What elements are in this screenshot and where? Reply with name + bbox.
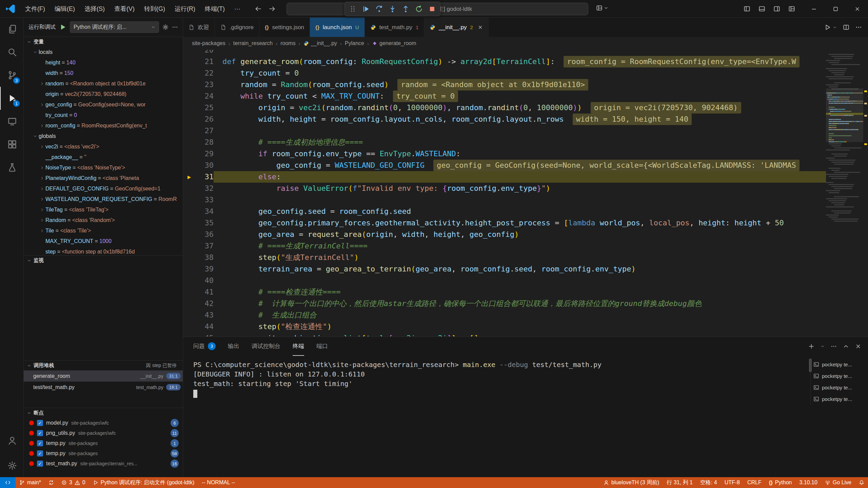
breakpoint-row[interactable]: ✓png_utils.pysite-packages\wfc11: [24, 428, 183, 438]
tab-__init__.py[interactable]: __init__.py2: [424, 18, 489, 37]
code-line-31[interactable]: ▶31 else:: [183, 171, 826, 183]
code-line-22[interactable]: 22 try_count = 0: [183, 67, 826, 79]
callstack-section-header[interactable]: 调用堆栈 因 step 已暂停: [24, 360, 183, 370]
terminal[interactable]: PS C:\computer_science\godot-ldtk\site-p…: [183, 356, 809, 477]
close-panel-button[interactable]: [855, 343, 861, 349]
status-indentation[interactable]: 空格: 4: [696, 477, 721, 488]
menu-item-2[interactable]: 选择(S): [80, 0, 110, 18]
code-line-34[interactable]: 34 geo_config.seed = room_config.seed: [183, 206, 826, 217]
variable-row[interactable]: __package__ = '': [24, 152, 183, 162]
breakpoints-section-header[interactable]: 断点: [24, 408, 183, 418]
breakpoint-row[interactable]: ✓temp.pysite-packages58: [24, 448, 183, 459]
stop-button[interactable]: [428, 5, 436, 13]
code-line-26[interactable]: 26 width, height = room_config.layout.n_…: [183, 114, 826, 125]
variable-row[interactable]: geo_config = GeoConfig(seed=None, wor: [24, 99, 183, 110]
debug-start-button[interactable]: [59, 23, 66, 31]
sidebar-more-icon[interactable]: [172, 24, 178, 30]
variable-row[interactable]: origin = vec2i(7205730, 9024468): [24, 89, 183, 99]
code-line-25[interactable]: 25 origin = vec2i(random.randint(0, 1000…: [183, 102, 826, 114]
restart-button[interactable]: [415, 5, 423, 13]
activity-item-run-and-debug[interactable]: 1: [0, 87, 23, 110]
status-vim-mode[interactable]: -- NORMAL --: [198, 477, 239, 488]
code-line-43[interactable]: 43 # 生成出口组合: [183, 309, 826, 321]
breakpoint-row[interactable]: ✓model.pysite-packages\wfc6: [24, 418, 183, 428]
close-window-button[interactable]: [846, 0, 868, 18]
variable-row[interactable]: MAX_TRY_COUNT = 1000: [24, 236, 183, 246]
continue-button[interactable]: [362, 5, 370, 13]
breakpoint-row[interactable]: ✓test_math.pysite-packages\terrain_res..…: [24, 459, 183, 469]
code-line-44[interactable]: 44 step("检查连通性"): [183, 321, 826, 332]
variable-row[interactable]: Tile = <class 'Tile'>: [24, 225, 183, 236]
menu-item-3[interactable]: 查看(V): [110, 0, 139, 18]
breakpoint-checkbox[interactable]: ✓: [37, 440, 43, 446]
panel-tab-端口[interactable]: 端口: [316, 337, 328, 356]
breakpoint-checkbox[interactable]: ✓: [37, 420, 43, 426]
variable-row[interactable]: room_config = RoomRequestConfig(env_t: [24, 120, 183, 131]
watch-section-header[interactable]: 监视: [24, 255, 183, 265]
variable-row[interactable]: WASTELAND_ROOM_REQUEST_CONFIG = RoomR: [24, 194, 183, 204]
tab-.gdignore[interactable]: .gdignore: [215, 18, 259, 37]
code-line-27[interactable]: 27: [183, 125, 826, 137]
activity-item-accounts[interactable]: [0, 429, 23, 452]
code-editor[interactable]: 2021def generate_room(room_config: RoomR…: [183, 50, 868, 337]
activity-item-manage[interactable]: [0, 454, 23, 477]
panel-tab-终端[interactable]: 终端: [293, 337, 304, 356]
code-line-28[interactable]: 28 # ====生成初始地理信息====: [183, 137, 826, 148]
minimap-slider[interactable]: [826, 88, 863, 142]
breakpoint-checkbox[interactable]: ✓: [37, 450, 43, 456]
minimap[interactable]: [826, 50, 863, 337]
activity-item-extensions[interactable]: [0, 133, 23, 156]
code-line-30[interactable]: 30 geo_config = WASTELAND_GEO_CONFIGgeo_…: [183, 160, 826, 171]
status-problems[interactable]: 30: [58, 477, 89, 488]
status-gitlens-blame[interactable]: blueloveTH (3 周前): [600, 477, 663, 488]
activity-item-remote-explorer[interactable]: [0, 110, 23, 133]
step-into-button[interactable]: [389, 5, 396, 13]
terminal-tab[interactable]: pocketpy te...: [813, 359, 866, 370]
breadcrumb-item[interactable]: rooms: [280, 40, 295, 46]
status-sync-status[interactable]: [45, 477, 58, 488]
maximize-panel-button[interactable]: [843, 343, 849, 349]
menu-item-1[interactable]: 编辑(E): [50, 0, 80, 18]
maximize-button[interactable]: [825, 0, 846, 18]
activity-item-search[interactable]: [0, 41, 23, 64]
code-line-37[interactable]: 37 # ====生成TerrainCell====: [183, 240, 826, 252]
activity-item-testing[interactable]: [0, 156, 23, 179]
code-line-21[interactable]: 21def generate_room(room_config: RoomReq…: [183, 56, 826, 67]
toggle-panel-button[interactable]: [758, 5, 765, 12]
panel-tab-问题[interactable]: 问题3: [193, 337, 216, 356]
remote-indicator[interactable]: [0, 477, 16, 488]
status-notifications[interactable]: [855, 477, 868, 488]
code-line-23[interactable]: 23 random = Random(room_config.seed)rand…: [183, 79, 826, 90]
breadcrumb-item[interactable]: terrain_research: [233, 40, 273, 46]
variable-row[interactable]: Random = <class 'Random'>: [24, 215, 183, 225]
variable-row[interactable]: TileTag = <class 'TileTag'>: [24, 204, 183, 215]
panel-tab-输出[interactable]: 输出: [228, 337, 239, 356]
status-cursor-position[interactable]: 行 31, 列 1: [663, 477, 696, 488]
nav-back-icon[interactable]: [255, 5, 262, 12]
activity-item-explorer[interactable]: [0, 18, 23, 41]
status-python-version[interactable]: 3.10.10: [795, 477, 821, 488]
tab-launch.json[interactable]: {}launch.jsonU: [310, 18, 365, 37]
variable-row[interactable]: NoiseType = <class 'NoiseType'>: [24, 162, 183, 173]
minimize-button[interactable]: [803, 0, 825, 18]
terminal-tab[interactable]: pocketpy te...: [813, 382, 866, 393]
breadcrumb-item[interactable]: __init__.py: [303, 40, 337, 46]
status-encoding[interactable]: UTF-8: [721, 477, 744, 488]
breakpoint-checkbox[interactable]: ✓: [37, 461, 43, 467]
code-line-24[interactable]: 24 while try_count < MAX_TRY_COUNT:try_c…: [183, 90, 826, 102]
status-debug-configuration[interactable]: Python 调试程序: 启动文件 (godot-ldtk): [89, 477, 198, 488]
activity-item-source-control[interactable]: 3: [0, 64, 23, 87]
breakpoint-row[interactable]: ✓temp.pysite-packages1: [24, 438, 183, 448]
variable-row[interactable]: step = <function step at 0x1bf8d716d: [24, 246, 183, 255]
terminal-profile-chevron[interactable]: [821, 344, 825, 348]
editor-more-button[interactable]: [855, 24, 862, 30]
code-line-41[interactable]: 41 # ====检查连通性====: [183, 286, 826, 298]
panel-tab-调试控制台[interactable]: 调试控制台: [252, 337, 280, 356]
code-line-38[interactable]: 38 step("生成TerrainCell"): [183, 252, 826, 263]
step-out-button[interactable]: [402, 5, 410, 13]
menu-item-4[interactable]: 转到(G): [139, 0, 170, 18]
step-over-button[interactable]: [375, 5, 383, 13]
copilot-button[interactable]: [596, 5, 608, 11]
code-line-29[interactable]: 29 if room_config.env_type == EnvType.WA…: [183, 148, 826, 160]
split-editor-button[interactable]: [843, 24, 849, 30]
